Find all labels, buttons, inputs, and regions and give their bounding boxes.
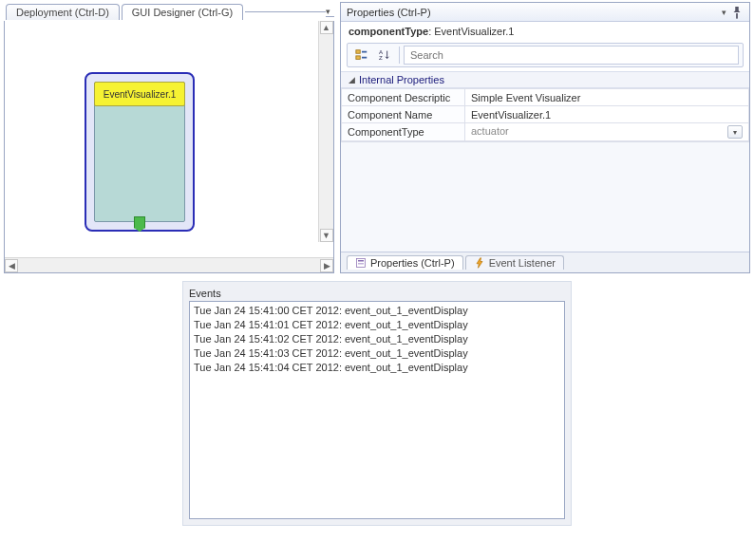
collapse-icon[interactable]: ◢ xyxy=(349,75,355,84)
property-value[interactable]: EventVisualizer.1 xyxy=(465,106,749,123)
vertical-scrollbar[interactable]: ▲ ▼ xyxy=(318,21,333,242)
svg-rect-0 xyxy=(356,50,360,54)
tab-gui-designer[interactable]: GUI Designer (Ctrl-G) xyxy=(122,4,243,20)
search-input[interactable] xyxy=(404,46,739,65)
property-row: Component DescripticSimple Event Visuali… xyxy=(342,89,749,106)
designer-panel: Deployment (Ctrl-D) GUI Designer (Ctrl-G… xyxy=(4,2,334,273)
component-port-icon[interactable] xyxy=(134,216,145,232)
tab-properties-label: Properties (Ctrl-P) xyxy=(370,257,455,269)
properties-icon xyxy=(355,257,367,269)
summary-value: EventVisualizer.1 xyxy=(434,26,514,37)
designer-canvas-wrap: EventVisualizer.1 ▲ ▼ ◀ ▶ xyxy=(4,21,334,273)
scroll-right-icon[interactable]: ▶ xyxy=(320,259,333,272)
scroll-left-icon[interactable]: ◀ xyxy=(5,259,18,272)
properties-header: Properties (Ctrl-P) ▾ xyxy=(341,3,749,22)
event-line: Tue Jan 24 15:41:03 CET 2012: event_out_… xyxy=(194,346,560,361)
horizontal-scrollbar[interactable]: ◀ ▶ xyxy=(5,257,333,272)
property-key: Component Descriptic xyxy=(342,89,465,106)
events-label: Events xyxy=(189,288,565,299)
event-line: Tue Jan 24 15:41:00 CET 2012: event_out_… xyxy=(194,304,560,318)
properties-tbody: Component DescripticSimple Event Visuali… xyxy=(342,89,749,141)
component-title: EventVisualizer.1 xyxy=(94,82,185,106)
properties-title: Properties (Ctrl-P) xyxy=(347,7,431,18)
property-row: Component NameEventVisualizer.1 xyxy=(342,106,749,123)
designer-tabs: Deployment (Ctrl-D) GUI Designer (Ctrl-G… xyxy=(4,2,334,21)
svg-rect-5 xyxy=(358,260,364,262)
panel-menu-icon[interactable]: ▾ xyxy=(722,8,726,17)
section-internal-properties[interactable]: ◢ Internal Properties xyxy=(341,71,749,88)
summary-key: componentType xyxy=(349,26,428,37)
component-eventvisualizer[interactable]: EventVisualizer.1 xyxy=(85,72,195,232)
sort-az-icon[interactable]: AZ xyxy=(374,46,395,65)
property-row: ComponentTypeactuator▾ xyxy=(342,123,749,141)
property-key: ComponentType xyxy=(342,123,465,141)
tab-event-listener-label: Event Listener xyxy=(489,257,556,269)
properties-table: Component DescripticSimple Event Visuali… xyxy=(341,88,749,141)
events-panel: Events Tue Jan 24 15:41:00 CET 2012: eve… xyxy=(182,281,572,526)
properties-panel: Properties (Ctrl-P) ▾ componentType: Eve… xyxy=(340,2,750,273)
dropdown-icon[interactable]: ▾ xyxy=(727,125,743,139)
tab-event-listener[interactable]: Event Listener xyxy=(465,255,564,270)
events-list[interactable]: Tue Jan 24 15:41:00 CET 2012: event_out_… xyxy=(189,301,565,519)
tabs-menu-icon[interactable]: ▾ xyxy=(326,7,330,16)
scroll-down-icon[interactable]: ▼ xyxy=(320,229,333,242)
categorized-icon[interactable] xyxy=(351,46,372,65)
designer-canvas[interactable]: EventVisualizer.1 ▲ ▼ xyxy=(5,21,333,257)
svg-text:Z: Z xyxy=(379,54,383,61)
event-line: Tue Jan 24 15:41:04 CET 2012: event_out_… xyxy=(194,361,560,375)
event-line: Tue Jan 24 15:41:02 CET 2012: event_out_… xyxy=(194,332,560,346)
tab-deployment[interactable]: Deployment (Ctrl-D) xyxy=(6,4,120,20)
svg-rect-1 xyxy=(356,56,360,60)
properties-bottom-tabs: Properties (Ctrl-P) Event Listener xyxy=(341,252,749,272)
lightning-icon xyxy=(474,257,485,269)
property-value[interactable]: actuator▾ xyxy=(465,123,749,141)
tab-properties[interactable]: Properties (Ctrl-P) xyxy=(347,255,463,270)
scroll-up-icon[interactable]: ▲ xyxy=(320,21,333,34)
properties-summary: componentType: EventVisualizer.1 xyxy=(341,22,749,41)
property-key: Component Name xyxy=(342,106,465,123)
pin-icon[interactable] xyxy=(730,6,744,19)
properties-toolbar: AZ xyxy=(347,43,744,67)
property-value[interactable]: Simple Event Visualizer xyxy=(465,89,749,106)
svg-rect-6 xyxy=(358,263,364,265)
section-label: Internal Properties xyxy=(359,74,444,85)
event-line: Tue Jan 24 15:41:01 CET 2012: event_out_… xyxy=(194,318,560,332)
